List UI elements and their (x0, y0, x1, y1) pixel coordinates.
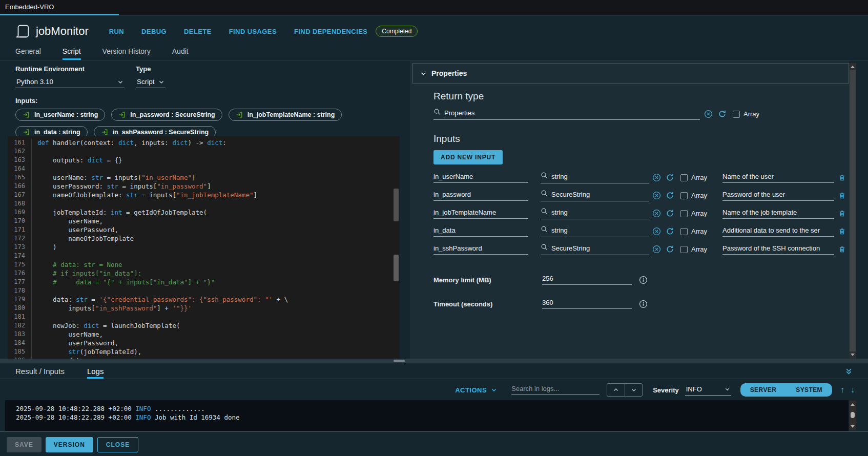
input-description-field[interactable] (722, 226, 834, 237)
scrollbar-thumb[interactable] (850, 70, 856, 351)
scroll-up-arrow[interactable] (851, 403, 855, 406)
clear-type-icon[interactable] (652, 209, 661, 218)
version-button[interactable]: VERSION (46, 437, 93, 452)
scroll-down-arrow[interactable] (851, 425, 855, 428)
workspace-tab-embedded-vro[interactable]: Embedded-VRO (5, 3, 54, 11)
input-type-field[interactable] (541, 190, 649, 201)
tab-general[interactable]: General (15, 47, 41, 60)
input-name-input[interactable] (433, 173, 528, 180)
input-chip[interactable]: in_userName : string (15, 109, 105, 121)
log-scrollbar[interactable] (849, 401, 856, 430)
input-name-input[interactable] (433, 244, 528, 252)
input-description-field[interactable] (722, 173, 834, 183)
log-output[interactable]: 2025-09-28 10:48:22.288 +02:00 INFO ....… (5, 400, 849, 431)
close-button[interactable]: CLOSE (97, 437, 138, 452)
tab-result-inputs[interactable]: Result / Inputs (15, 367, 65, 379)
tab-logs[interactable]: Logs (87, 367, 104, 379)
input-name-input[interactable] (433, 191, 528, 198)
refresh-type-icon[interactable] (666, 245, 674, 254)
scroll-down-arrow[interactable] (851, 354, 855, 356)
input-name-field[interactable] (433, 191, 528, 201)
memory-limit-input[interactable] (542, 275, 632, 282)
scrollbar-thumb[interactable] (851, 412, 855, 418)
input-name-field[interactable] (433, 244, 528, 255)
delete-input-button[interactable] (838, 227, 846, 235)
input-type-input[interactable] (551, 209, 649, 216)
scroll-to-top-button[interactable]: ↑ (840, 385, 844, 395)
system-toggle-button[interactable]: SYSTEM (786, 383, 832, 397)
input-description-field[interactable] (722, 209, 834, 219)
return-type-input[interactable] (444, 109, 700, 117)
tab-audit[interactable]: Audit (172, 47, 189, 60)
refresh-type-icon[interactable] (718, 110, 727, 118)
find-dependencies-button[interactable]: FIND DEPENDENCIES (294, 28, 367, 35)
severity-select[interactable]: INFO (685, 384, 731, 396)
refresh-type-icon[interactable] (666, 191, 674, 200)
array-checkbox[interactable] (680, 210, 688, 217)
horizontal-splitter[interactable] (0, 359, 868, 363)
tab-version-history[interactable]: Version History (102, 47, 151, 60)
editor-scrollbar-thumb[interactable] (394, 255, 399, 281)
debug-button[interactable]: DEBUG (141, 28, 167, 35)
input-type-input[interactable] (551, 173, 649, 180)
input-chip[interactable]: in_password : SecureString (111, 109, 222, 121)
editor-scrollbar-mark[interactable] (394, 189, 399, 221)
return-type-field[interactable] (433, 108, 700, 120)
save-button[interactable]: SAVE (7, 437, 42, 452)
input-description-input[interactable] (722, 226, 834, 234)
refresh-type-icon[interactable] (666, 227, 674, 236)
runtime-environment-select[interactable]: Python 3.10 (15, 76, 125, 88)
delete-input-button[interactable] (838, 245, 846, 253)
clear-type-icon[interactable] (652, 191, 661, 200)
run-button[interactable]: RUN (109, 28, 124, 35)
info-icon[interactable] (639, 300, 648, 308)
memory-limit-field[interactable] (542, 275, 632, 285)
actions-menu[interactable]: ACTIONS (455, 386, 497, 394)
input-name-field[interactable] (433, 209, 528, 219)
clear-type-icon[interactable] (704, 110, 713, 118)
input-description-input[interactable] (722, 209, 834, 216)
type-select[interactable]: Script (136, 76, 166, 88)
input-name-input[interactable] (433, 226, 528, 234)
timeout-field[interactable] (542, 299, 632, 309)
input-chip[interactable]: in_jobTemplateName : string (229, 109, 342, 121)
clear-type-icon[interactable] (652, 227, 661, 236)
input-description-field[interactable] (722, 191, 834, 201)
add-new-input-button[interactable]: ADD NEW INPUT (433, 150, 503, 164)
array-checkbox[interactable] (680, 192, 688, 199)
delete-input-button[interactable] (838, 192, 846, 199)
input-type-input[interactable] (551, 191, 649, 198)
tab-script[interactable]: Script (63, 47, 81, 60)
search-next-button[interactable] (625, 383, 643, 397)
input-description-input[interactable] (722, 244, 834, 252)
collapse-panel-button[interactable] (845, 367, 853, 377)
input-name-input[interactable] (433, 209, 528, 216)
clear-type-icon[interactable] (652, 245, 661, 254)
info-icon[interactable] (639, 276, 648, 284)
input-type-field[interactable] (541, 208, 649, 219)
input-description-input[interactable] (722, 173, 834, 180)
delete-button[interactable]: DELETE (184, 28, 212, 35)
properties-section-toggle[interactable]: Properties (412, 63, 849, 84)
log-search-input[interactable] (511, 385, 600, 392)
refresh-type-icon[interactable] (666, 209, 674, 218)
properties-scrollbar[interactable] (849, 63, 856, 359)
array-checkbox[interactable] (680, 174, 688, 181)
input-type-input[interactable] (551, 226, 649, 234)
scroll-up-arrow[interactable] (851, 66, 855, 68)
array-checkbox[interactable] (680, 246, 688, 253)
clear-type-icon[interactable] (652, 173, 661, 182)
input-description-field[interactable] (722, 244, 834, 255)
scroll-to-bottom-button[interactable]: ↓ (851, 385, 855, 395)
input-type-input[interactable] (551, 244, 649, 252)
timeout-input[interactable] (542, 299, 632, 306)
delete-input-button[interactable] (838, 210, 846, 217)
input-type-field[interactable] (541, 243, 649, 255)
server-toggle-button[interactable]: SERVER (740, 383, 787, 397)
input-type-field[interactable] (541, 172, 649, 183)
log-search-field[interactable] (511, 385, 600, 395)
array-checkbox[interactable] (680, 228, 688, 235)
find-usages-button[interactable]: FIND USAGES (229, 28, 277, 35)
delete-input-button[interactable] (838, 174, 846, 181)
input-description-input[interactable] (722, 191, 834, 198)
